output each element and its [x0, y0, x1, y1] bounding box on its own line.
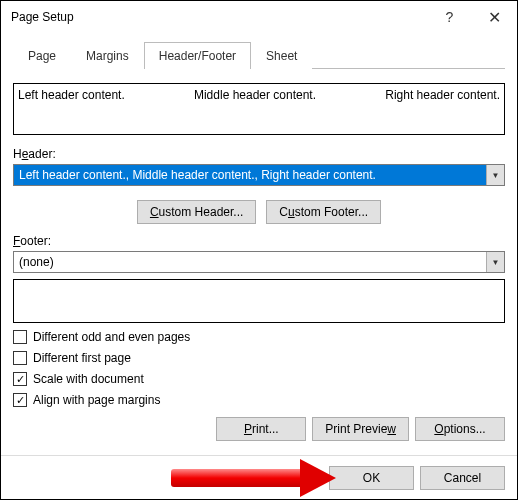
- checkbox-label: Scale with document: [33, 372, 144, 386]
- tab-page[interactable]: Page: [13, 42, 71, 69]
- header-preview-right: Right header content.: [385, 88, 500, 130]
- dialog-title: Page Setup: [11, 10, 427, 24]
- checkbox-diff-first[interactable]: Different first page: [13, 351, 505, 365]
- ok-button[interactable]: OK: [329, 466, 414, 490]
- tab-sheet[interactable]: Sheet: [251, 42, 312, 69]
- tab-panel-header-footer: Left header content. Middle header conte…: [13, 69, 505, 441]
- dialog-button-row: OK Cancel: [1, 455, 517, 500]
- tabstrip: Page Margins Header/Footer Sheet: [13, 41, 505, 69]
- dialog-content: Page Margins Header/Footer Sheet Left he…: [1, 33, 517, 451]
- checkbox-label: Different first page: [33, 351, 131, 365]
- titlebar: Page Setup ? ✕: [1, 1, 517, 33]
- header-preview-left: Left header content.: [18, 88, 125, 130]
- chevron-down-icon[interactable]: ▼: [486, 165, 504, 185]
- footer-combo[interactable]: (none) ▼: [13, 251, 505, 273]
- custom-footer-button[interactable]: Custom Footer...: [266, 200, 381, 224]
- checkbox-align[interactable]: ✓ Align with page margins: [13, 393, 505, 407]
- options-button[interactable]: Options...: [415, 417, 505, 441]
- print-button[interactable]: Print...: [216, 417, 306, 441]
- checkbox-icon: [13, 330, 27, 344]
- close-button[interactable]: ✕: [472, 1, 517, 33]
- header-combo-value: Left header content., Middle header cont…: [14, 165, 486, 185]
- checkbox-scale[interactable]: ✓ Scale with document: [13, 372, 505, 386]
- cancel-button[interactable]: Cancel: [420, 466, 505, 490]
- checkbox-icon: [13, 351, 27, 365]
- footer-preview: [13, 279, 505, 323]
- checkbox-label: Different odd and even pages: [33, 330, 190, 344]
- header-combo[interactable]: Left header content., Middle header cont…: [13, 164, 505, 186]
- header-preview-center: Middle header content.: [194, 88, 316, 130]
- header-preview: Left header content. Middle header conte…: [13, 83, 505, 135]
- checkbox-icon: ✓: [13, 372, 27, 386]
- footer-label: Footer:: [13, 234, 505, 248]
- checkbox-icon: ✓: [13, 393, 27, 407]
- chevron-down-icon[interactable]: ▼: [486, 252, 504, 272]
- footer-combo-value: (none): [14, 252, 486, 272]
- header-label: Header:: [13, 147, 505, 161]
- help-button[interactable]: ?: [427, 1, 472, 33]
- print-preview-button[interactable]: Print Preview: [312, 417, 409, 441]
- checkbox-label: Align with page margins: [33, 393, 160, 407]
- tab-header-footer[interactable]: Header/Footer: [144, 42, 251, 69]
- custom-header-button[interactable]: Custom Header...: [137, 200, 256, 224]
- tab-margins[interactable]: Margins: [71, 42, 144, 69]
- checkbox-diff-odd-even[interactable]: Different odd and even pages: [13, 330, 505, 344]
